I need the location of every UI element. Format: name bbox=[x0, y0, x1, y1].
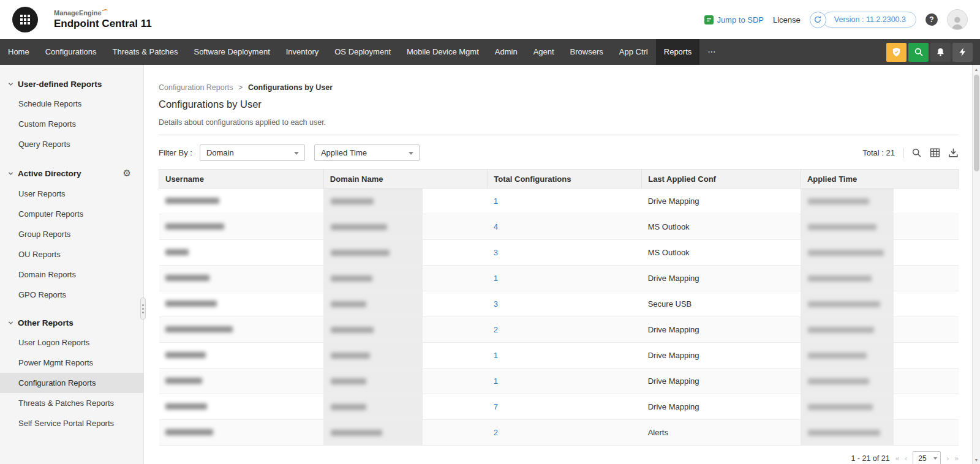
user-avatar[interactable] bbox=[947, 9, 968, 30]
total-configurations-link[interactable]: 2 bbox=[494, 428, 498, 437]
total-configurations-link[interactable]: 7 bbox=[494, 402, 498, 411]
sidebar-item-threats-patches-reports[interactable]: Threats & Patches Reports bbox=[0, 393, 143, 413]
column-chooser-button[interactable] bbox=[930, 148, 940, 158]
nav-item-admin[interactable]: Admin bbox=[487, 39, 526, 65]
total-configurations-link[interactable]: 3 bbox=[494, 248, 498, 257]
sidebar-section-header-active-directory[interactable]: Active Directory⚙ bbox=[0, 164, 143, 184]
security-shield-button[interactable] bbox=[886, 43, 907, 62]
sidebar-item-gpo-reports[interactable]: GPO Reports bbox=[0, 285, 143, 305]
cell-last-applied-conf: MS Outlook bbox=[642, 240, 801, 266]
sidebar-section-header-user-defined-reports[interactable]: User-defined Reports bbox=[0, 76, 143, 94]
cell-domain-name bbox=[323, 343, 488, 369]
breadcrumb-parent-link[interactable]: Configuration Reports bbox=[159, 83, 233, 92]
sidebar-section-header-other-reports[interactable]: Other Reports bbox=[0, 315, 143, 332]
cell-total-configurations: 3 bbox=[488, 240, 642, 266]
sidebar-item-ou-reports[interactable]: OU Reports bbox=[0, 244, 143, 264]
column-header-applied-time[interactable]: Applied Time bbox=[801, 170, 958, 189]
nav-item-inventory[interactable]: Inventory bbox=[278, 39, 326, 65]
nav-item-reports[interactable]: Reports bbox=[656, 39, 700, 65]
table-row: 1Drive Mapping bbox=[159, 189, 959, 214]
sidebar-item-power-mgmt-reports[interactable]: Power Mgmt Reports bbox=[0, 353, 143, 373]
notifications-button[interactable] bbox=[930, 43, 951, 62]
nav-item-configurations[interactable]: Configurations bbox=[37, 39, 105, 65]
domain-filter-dropdown[interactable]: Domain bbox=[200, 144, 305, 161]
page-size-dropdown[interactable]: 25 bbox=[913, 451, 941, 464]
breadcrumb-separator: > bbox=[238, 83, 243, 92]
redacted-band bbox=[323, 343, 423, 368]
total-configurations-link[interactable]: 4 bbox=[494, 222, 498, 231]
table-row: 4MS Outlook bbox=[159, 214, 959, 240]
previous-page-button[interactable]: ‹ bbox=[905, 455, 907, 462]
sidebar-item-self-service-portal-reports[interactable]: Self Service Portal Reports bbox=[0, 413, 143, 433]
sidebar-item-query-reports[interactable]: Query Reports bbox=[0, 134, 143, 154]
nav-item-app-ctrl[interactable]: App Ctrl bbox=[611, 39, 656, 65]
quick-actions-button[interactable] bbox=[952, 43, 973, 62]
sidebar-item-computer-reports[interactable]: Computer Reports bbox=[0, 204, 143, 224]
apps-grid-button[interactable] bbox=[12, 7, 38, 32]
redacted-band bbox=[801, 343, 894, 368]
total-configurations-link[interactable]: 1 bbox=[494, 274, 498, 283]
nav-item-browsers[interactable]: Browsers bbox=[562, 39, 611, 65]
license-link[interactable]: License bbox=[773, 15, 801, 24]
search-table-button[interactable] bbox=[911, 148, 922, 158]
total-configurations-link[interactable]: 1 bbox=[494, 351, 498, 360]
divider bbox=[159, 135, 959, 135]
scrollbar-thumb[interactable] bbox=[974, 75, 979, 171]
nav-item-threats-patches[interactable]: Threats & Patches bbox=[105, 39, 186, 65]
total-configurations-link[interactable]: 2 bbox=[494, 325, 498, 334]
column-header-last-applied-conf[interactable]: Last Applied Conf bbox=[642, 170, 801, 189]
redacted-domain bbox=[331, 378, 366, 384]
nav-quick-actions bbox=[886, 39, 980, 65]
total-configurations-link[interactable]: 1 bbox=[494, 376, 498, 386]
nav-item-mobile-device-mgmt[interactable]: Mobile Device Mgmt bbox=[399, 39, 487, 65]
sidebar-item-custom-reports[interactable]: Custom Reports bbox=[0, 114, 143, 134]
cell-applied-time bbox=[801, 343, 958, 369]
table-grid-icon bbox=[930, 148, 940, 158]
nav-item-agent[interactable]: Agent bbox=[526, 39, 562, 65]
export-button[interactable] bbox=[948, 148, 959, 158]
column-header-domain-name[interactable]: Domain Name bbox=[323, 170, 488, 189]
first-page-button[interactable]: « bbox=[895, 455, 900, 462]
redacted-band bbox=[323, 369, 423, 394]
nav-item-software-deployment[interactable]: Software Deployment bbox=[186, 39, 277, 65]
applied-time-filter-dropdown[interactable]: Applied Time bbox=[314, 144, 420, 161]
vertical-scrollbar[interactable]: ▲ ▼ bbox=[972, 65, 980, 464]
refresh-icon bbox=[813, 15, 822, 24]
sidebar-sections: User-defined ReportsSchedule ReportsCust… bbox=[0, 76, 143, 433]
jump-to-sdp-link[interactable]: Jump to SDP bbox=[704, 15, 764, 24]
gear-icon[interactable]: ⚙ bbox=[123, 168, 131, 179]
sidebar-resize-handle[interactable] bbox=[140, 297, 146, 320]
global-search-button[interactable] bbox=[908, 43, 929, 62]
redacted-applied-time bbox=[808, 275, 872, 282]
total-configurations-link[interactable]: 3 bbox=[494, 299, 498, 309]
scroll-up-arrow[interactable]: ▲ bbox=[973, 65, 980, 73]
table-row: 1Drive Mapping bbox=[159, 369, 959, 394]
nav-item-home[interactable]: Home bbox=[0, 39, 37, 65]
next-page-button[interactable]: › bbox=[946, 455, 949, 462]
total-configurations-link[interactable]: 1 bbox=[494, 196, 498, 206]
scroll-down-arrow[interactable]: ▼ bbox=[973, 455, 980, 464]
top-header: ManageEngine Endpoint Central 11 Jump to… bbox=[0, 0, 980, 39]
sidebar-item-schedule-reports[interactable]: Schedule Reports bbox=[0, 94, 143, 114]
column-header-username[interactable]: Username bbox=[159, 170, 324, 189]
main-nav-items: HomeConfigurationsThreats & PatchesSoftw… bbox=[0, 39, 723, 65]
filter-by-label: Filter By : bbox=[159, 148, 192, 157]
redacted-username bbox=[165, 403, 207, 410]
help-button[interactable]: ? bbox=[925, 13, 938, 26]
sidebar-item-domain-reports[interactable]: Domain Reports bbox=[0, 264, 143, 285]
cell-total-configurations: 1 bbox=[488, 266, 642, 291]
sidebar-item-user-logon-reports[interactable]: User Logon Reports bbox=[0, 332, 143, 353]
last-page-button[interactable]: » bbox=[954, 455, 959, 462]
cell-domain-name bbox=[323, 317, 488, 343]
cell-applied-time bbox=[801, 214, 958, 240]
column-header-total-configurations[interactable]: Total Configurations bbox=[488, 170, 642, 189]
redacted-applied-time bbox=[808, 198, 869, 204]
refresh-version-button[interactable] bbox=[810, 12, 826, 28]
nav-item-more[interactable]: ⋯ bbox=[699, 39, 723, 65]
sidebar-item-group-reports[interactable]: Group Reports bbox=[0, 224, 143, 244]
sidebar-item-configuration-reports[interactable]: Configuration Reports bbox=[0, 373, 143, 393]
cell-domain-name bbox=[323, 266, 488, 291]
version-badge[interactable]: Version : 11.2.2300.3 bbox=[823, 12, 916, 28]
sidebar-item-user-reports[interactable]: User Reports bbox=[0, 184, 143, 204]
nav-item-os-deployment[interactable]: OS Deployment bbox=[326, 39, 399, 65]
